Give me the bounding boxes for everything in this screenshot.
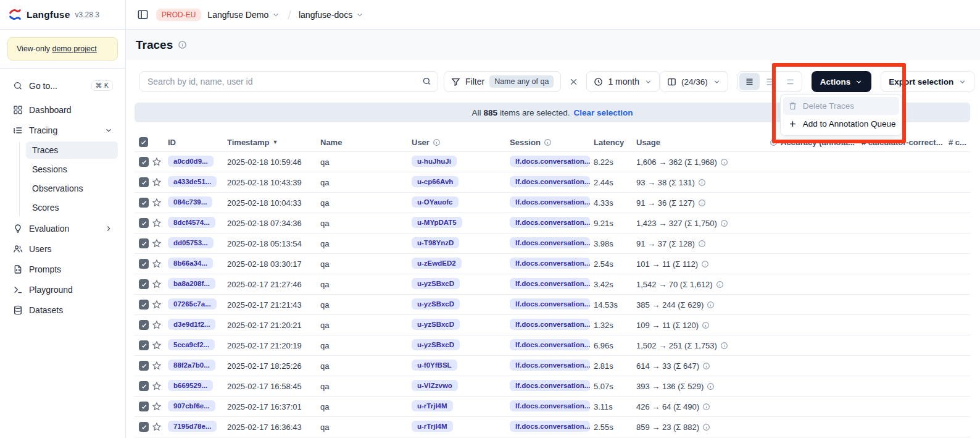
session-badge[interactable]: lf.docs.conversation... [510,339,590,350]
row-checkbox[interactable] [139,422,149,432]
info-icon[interactable] [544,138,552,146]
session-badge[interactable]: lf.docs.conversation... [510,196,590,208]
user-badge[interactable]: u-yzSBxcD [412,298,460,310]
row-checkbox[interactable] [139,381,149,391]
session-badge[interactable]: lf.docs.conversation... [510,176,590,187]
user-badge[interactable]: u-huJhuJi [412,156,457,167]
sidebar-item-dashboard[interactable]: Dashboard [7,101,118,119]
bookmark-star-icon[interactable] [152,402,162,411]
info-icon[interactable] [698,199,706,207]
info-icon[interactable] [702,423,710,431]
session-badge[interactable]: lf.docs.conversation... [510,278,590,289]
user-badge[interactable]: u-rTrjI4M [412,400,453,411]
bookmark-star-icon[interactable] [152,177,162,187]
row-checkbox[interactable] [139,198,149,208]
info-icon[interactable] [702,321,710,329]
info-icon[interactable] [707,382,715,390]
trace-id-badge[interactable]: 7195d78e... [168,421,217,432]
bookmark-star-icon[interactable] [152,157,162,167]
bookmark-star-icon[interactable] [152,340,162,350]
user-badge[interactable]: u-MYpDAT5 [412,217,462,228]
row-checkbox[interactable] [139,320,149,330]
row-height-medium-button[interactable] [760,73,780,90]
user-badge[interactable]: u-yzSBxcD [412,278,460,289]
row-checkbox[interactable] [139,157,149,167]
row-checkbox[interactable] [139,300,149,310]
sidebar-item-evaluation[interactable]: Evaluation [7,219,118,238]
sidebar-item-scores[interactable]: Scores [26,199,118,216]
row-checkbox[interactable] [139,402,149,411]
sidebar-item-datasets[interactable]: Datasets [7,301,118,319]
clear-filter-button[interactable] [567,75,581,89]
sidebar-item-users[interactable]: Users [7,240,118,258]
trace-id-badge[interactable]: 8b66a34... [168,258,213,269]
bookmark-star-icon[interactable] [152,238,162,248]
trace-id-badge[interactable]: 8dcf4574... [168,217,215,228]
bookmark-star-icon[interactable] [152,259,162,269]
user-badge[interactable]: u-f0YfBSL [412,360,457,371]
info-icon[interactable] [698,179,706,187]
sidebar-item-playground[interactable]: Playground [7,280,118,299]
sidebar-item-traces[interactable]: Traces [26,141,118,159]
select-all-checkbox[interactable] [139,137,148,147]
filter-button[interactable]: Filter Name any of qa [444,71,561,92]
header-timestamp[interactable]: Timestamp ▼ [227,138,320,147]
info-icon[interactable] [707,301,715,309]
trace-id-badge[interactable]: b669529... [168,380,213,391]
session-badge[interactable]: lf.docs.conversation... [510,156,590,167]
menu-item-delete-traces[interactable]: Delete Traces [783,97,899,115]
project-switcher[interactable]: langfuse-docs [299,10,364,20]
trace-id-badge[interactable]: 084c739... [168,196,212,208]
search-input[interactable] [139,71,438,92]
info-icon[interactable] [716,280,724,288]
time-range-button[interactable]: 1 month [586,71,660,92]
actions-button[interactable]: Actions [812,71,872,92]
trace-id-badge[interactable]: dd05753... [168,237,214,248]
info-icon[interactable] [698,240,706,248]
sidebar-item-tracing[interactable]: Tracing [7,121,118,140]
user-badge[interactable]: u-rTrjI4M [412,421,453,432]
session-badge[interactable]: lf.docs.conversation... [510,400,590,411]
bookmark-star-icon[interactable] [152,381,162,391]
user-badge[interactable]: u-zEwdED2 [412,258,462,269]
sidebar-item-prompts[interactable]: Prompts [7,260,118,279]
row-checkbox[interactable] [139,238,149,248]
trace-id-badge[interactable]: ba8a208f... [168,278,215,289]
session-badge[interactable]: lf.docs.conversation... [510,360,590,371]
info-icon[interactable] [720,342,728,350]
row-checkbox[interactable] [139,340,149,350]
info-icon[interactable] [178,40,187,49]
row-checkbox[interactable] [139,218,149,228]
row-checkbox[interactable] [139,279,149,289]
info-icon[interactable] [433,138,441,146]
bookmark-star-icon[interactable] [152,300,162,310]
user-badge[interactable]: u-T98YnzD [412,237,459,248]
user-badge[interactable]: u-yzSBxcD [412,339,460,350]
info-icon[interactable] [702,403,710,411]
user-badge[interactable]: u-VIZzvwo [412,380,458,391]
sidebar-item-sessions[interactable]: Sessions [26,161,118,178]
menu-item-add-to-annotation-queue[interactable]: Add to Annotation Queue [783,115,899,133]
info-icon[interactable] [720,219,728,227]
trace-id-badge[interactable]: a0cd0d9... [168,156,214,167]
info-icon[interactable] [702,362,710,370]
trace-id-badge[interactable]: a433de51... [168,176,217,187]
bookmark-star-icon[interactable] [152,218,162,228]
user-badge[interactable]: u-cp66Avh [412,176,459,187]
trace-id-badge[interactable]: 07265c7a... [168,298,217,310]
org-switcher[interactable]: Langfuse Demo [207,10,280,20]
row-checkbox[interactable] [139,361,149,371]
info-icon[interactable] [720,158,728,166]
session-badge[interactable]: lf.docs.conversation... [510,258,590,269]
bookmark-star-icon[interactable] [152,279,162,289]
trace-id-badge[interactable]: d3e9d1f2... [168,319,215,330]
user-badge[interactable]: u-OYauofc [412,196,459,208]
session-badge[interactable]: lf.docs.conversation... [510,237,590,248]
session-badge[interactable]: lf.docs.conversation... [510,319,590,330]
info-icon[interactable] [701,260,709,268]
session-badge[interactable]: lf.docs.conversation... [510,298,590,310]
bookmark-star-icon[interactable] [152,320,162,330]
session-badge[interactable]: lf.docs.conversation... [510,380,590,391]
sidebar-item-observations[interactable]: Observations [26,180,118,197]
trace-id-badge[interactable]: 5cca9cf2... [168,339,215,350]
